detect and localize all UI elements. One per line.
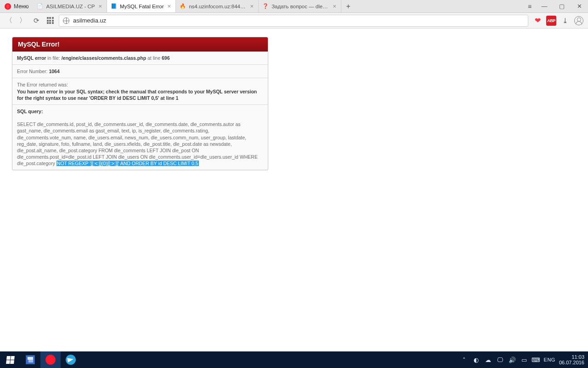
in-file-text: in file:	[46, 55, 61, 61]
close-tab-icon[interactable]: ×	[249, 3, 255, 10]
back-button[interactable]: 〈	[4, 16, 14, 26]
url-input[interactable]	[73, 17, 524, 24]
system-tray: ˄ ◐ ☁ 🖵 🔊 ▭ ⌨ ENG 11:03 06.07.2016	[456, 351, 588, 368]
grid-icon	[47, 17, 54, 24]
mysql-error-label: MySQL error	[17, 55, 46, 61]
abp-badge: ABP	[546, 16, 556, 26]
close-tab-icon[interactable]: ×	[332, 3, 338, 10]
forward-button[interactable]: 〉	[17, 16, 28, 26]
sql-query-highlight[interactable]: NOT REGEXP '[[:<:]](0)[[:>:]]' AND ORDER…	[57, 161, 199, 166]
tray-keyboard-icon[interactable]: ⌨	[532, 356, 540, 364]
tray-monitor-icon[interactable]: 🖵	[496, 356, 504, 364]
tray-network-icon[interactable]: ◐	[472, 356, 481, 364]
profile-icon	[574, 16, 583, 25]
new-tab-button[interactable]: +	[341, 0, 355, 12]
minimize-button[interactable]: —	[536, 0, 553, 12]
menu-label: Меню	[14, 3, 28, 10]
page-favicon-icon: 📘	[111, 3, 117, 10]
tab-mysql-error[interactable]: 📘 MySQL Fatal Error ×	[107, 0, 176, 12]
windows-taskbar: ˄ ◐ ☁ 🖵 🔊 ▭ ⌨ ENG 11:03 06.07.2016	[0, 351, 588, 368]
tray-battery-icon[interactable]: ▭	[520, 356, 528, 364]
opera-logo-icon	[5, 3, 11, 10]
tray-clock[interactable]: 11:03 06.07.2016	[559, 354, 585, 365]
window-controls: — ▢ ✕	[536, 0, 588, 12]
adblock-plus-button[interactable]: ABP	[546, 15, 557, 26]
at-line-text: at line	[146, 55, 162, 61]
opera-icon	[45, 355, 56, 365]
error-file-line: MySQL error in file: /engine/classes/com…	[12, 52, 268, 65]
close-window-button[interactable]: ✕	[571, 0, 588, 12]
error-message-row: The Error returned was: You have an erro…	[12, 78, 268, 105]
error-line-number: 696	[162, 55, 170, 61]
telegram-icon	[66, 355, 76, 365]
tray-cloud-icon[interactable]: ☁	[484, 356, 492, 364]
error-file-path: /engine/classes/comments.class.php	[62, 55, 146, 61]
error-returned-label: The Error returned was:	[17, 82, 68, 87]
opera-menu-button[interactable]: Меню	[0, 0, 33, 12]
error-number-row: Error Number: 1064	[12, 65, 268, 78]
globe-icon	[63, 17, 69, 24]
tray-volume-icon[interactable]: 🔊	[508, 356, 516, 364]
error-number-value: 1064	[49, 69, 59, 74]
page-viewport: MySQL Error! MySQL error in file: /engin…	[0, 29, 588, 351]
taskbar-app-opera[interactable]	[40, 351, 61, 368]
tab-uzinfocom[interactable]: 🔥 ns4.uzinfocom.uz:8443 / lo ×	[176, 0, 259, 12]
downloads-button[interactable]: ⤓	[560, 15, 571, 26]
windows-logo-icon	[6, 356, 15, 364]
tab-label: Задать вопрос — dle-faq	[271, 4, 329, 9]
error-message-text: You have an error in your SQL syntax; ch…	[17, 89, 257, 101]
tab-asilmedia-cp[interactable]: 📄 ASILMEDIA.UZ - CP ×	[33, 0, 107, 12]
tab-label: MySQL Fatal Error	[120, 4, 164, 9]
page-actions-icon[interactable]: ≡	[524, 0, 536, 12]
error-number-label: Error Number:	[17, 69, 49, 74]
taskbar-app-save[interactable]	[20, 351, 40, 368]
tray-language[interactable]: ENG	[544, 357, 555, 362]
tray-date: 06.07.2016	[559, 360, 584, 365]
start-button[interactable]	[0, 351, 20, 368]
tray-time: 11:03	[559, 354, 584, 360]
tab-label: ASILMEDIA.UZ - CP	[46, 4, 95, 9]
tab-dle-faq[interactable]: ❓ Задать вопрос — dle-faq ×	[259, 0, 341, 12]
tray-chevron-up-icon[interactable]: ˄	[460, 356, 469, 364]
mysql-error-card: MySQL Error! MySQL error in file: /engin…	[12, 37, 268, 170]
url-field[interactable]	[59, 15, 528, 27]
page-favicon-icon: 📄	[37, 3, 43, 10]
maximize-button[interactable]: ▢	[553, 0, 571, 12]
bookmark-heart-icon[interactable]: ❤	[532, 15, 543, 26]
profile-button[interactable]	[573, 15, 584, 26]
browser-titlebar: Меню 📄 ASILMEDIA.UZ - CP × 📘 MySQL Fatal…	[0, 0, 588, 13]
taskbar-app-telegram[interactable]	[61, 351, 81, 368]
diskette-icon	[26, 355, 35, 364]
error-title: MySQL Error!	[12, 37, 268, 52]
page-favicon-icon: ❓	[262, 3, 269, 10]
page-favicon-icon: 🔥	[180, 3, 186, 10]
tab-strip: 📄 ASILMEDIA.UZ - CP × 📘 MySQL Fatal Erro…	[33, 0, 524, 12]
address-bar: 〈 〉 ⟳ ❤ ABP ⤓	[0, 13, 588, 29]
reload-button[interactable]: ⟳	[31, 16, 41, 26]
sql-query-row: SQL query: SELECT dle_comments.id, post_…	[12, 105, 268, 170]
tab-label: ns4.uzinfocom.uz:8443 / lo	[189, 4, 246, 9]
speed-dial-button[interactable]	[45, 16, 55, 26]
taskbar-left	[0, 351, 81, 368]
sql-query-text[interactable]: SELECT dle_comments.id, post_id, dle_com…	[17, 121, 258, 166]
error-body: MySQL error in file: /engine/classes/com…	[12, 52, 268, 170]
close-tab-icon[interactable]: ×	[167, 3, 172, 10]
sql-query-label: SQL query:	[17, 109, 43, 114]
toolbar-right: ❤ ABP ⤓	[532, 15, 584, 26]
close-tab-icon[interactable]: ×	[98, 3, 103, 10]
